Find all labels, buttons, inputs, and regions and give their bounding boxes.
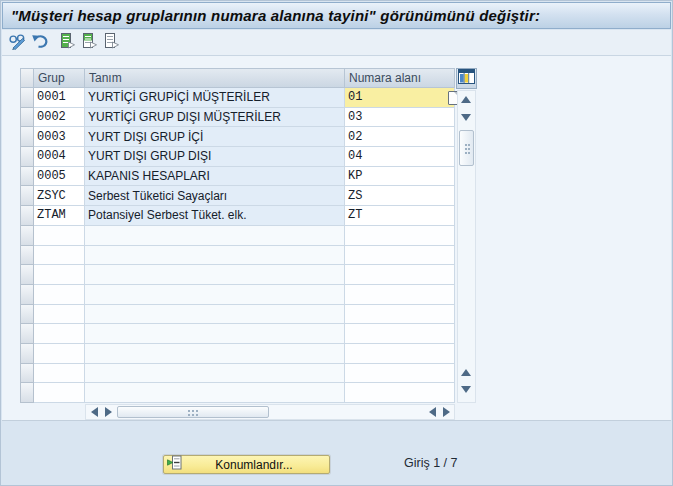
page-title: "Müşteri hesap gruplarının numara alanın… — [11, 7, 540, 24]
thumb-grip — [465, 144, 467, 146]
tanim-cell[interactable] — [85, 344, 345, 364]
row-selector-button[interactable] — [20, 167, 34, 187]
grup-cell[interactable] — [34, 265, 85, 285]
tanim-cell[interactable] — [85, 305, 345, 325]
numara-cell[interactable] — [345, 305, 455, 325]
grup-cell[interactable]: 0005 — [34, 167, 85, 187]
column-header-grup[interactable]: Grup — [34, 68, 85, 88]
row-selector-button[interactable] — [20, 383, 34, 403]
deselect-all-button[interactable] — [100, 33, 122, 53]
numara-cell[interactable] — [345, 226, 455, 246]
change-display-toggle-button[interactable] — [7, 33, 29, 53]
table-row-empty — [20, 364, 455, 384]
table-row-empty — [20, 344, 455, 364]
grup-cell[interactable] — [34, 285, 85, 305]
table-row-empty — [20, 383, 455, 403]
numara-cell[interactable] — [345, 344, 455, 364]
grup-cell[interactable] — [34, 364, 85, 384]
row-selector-button[interactable] — [20, 305, 34, 325]
entry-status: Giriş 1 / 7 — [404, 456, 458, 470]
scroll-up-arrow-bottom[interactable] — [461, 369, 471, 376]
tanim-cell[interactable] — [85, 285, 345, 305]
column-header-numara[interactable]: Numara alanı — [345, 68, 455, 88]
row-selector-button[interactable] — [20, 265, 34, 285]
grup-cell[interactable]: 0004 — [34, 147, 85, 167]
change-display-toggle-icon — [8, 32, 28, 54]
scroll-left-arrow-right[interactable] — [429, 407, 436, 417]
numara-cell[interactable] — [345, 324, 455, 344]
undo-icon — [31, 32, 49, 54]
tanim-cell[interactable]: YURTİÇİ GRUP DIŞI MÜŞTERİLER — [85, 108, 345, 128]
tanim-cell[interactable]: KAPANIS HESAPLARI — [85, 167, 345, 187]
grup-cell[interactable] — [34, 246, 85, 266]
deselect-all-icon — [102, 32, 120, 54]
row-selector-button[interactable] — [20, 88, 34, 108]
tanim-cell[interactable]: YURT DIŞI GRUP İÇİ — [85, 127, 345, 147]
select-block-icon — [80, 32, 98, 54]
numara-cell[interactable]: 03 — [345, 108, 455, 128]
grup-cell[interactable]: ZTAM — [34, 206, 85, 226]
position-icon — [167, 455, 182, 474]
row-selector-button[interactable] — [20, 147, 34, 167]
numara-cell[interactable]: ZS — [345, 186, 455, 206]
grup-cell[interactable] — [34, 324, 85, 344]
grup-cell[interactable]: 0002 — [34, 108, 85, 128]
grup-cell[interactable]: 0003 — [34, 127, 85, 147]
scroll-right-arrow-left[interactable] — [105, 407, 112, 417]
numara-cell[interactable]: KP — [345, 167, 455, 187]
numara-cell[interactable] — [345, 246, 455, 266]
numara-cell[interactable]: 02 — [345, 127, 455, 147]
undo-button[interactable] — [29, 33, 51, 53]
row-selector-button[interactable] — [20, 324, 34, 344]
scroll-right-arrow-right[interactable] — [443, 407, 450, 417]
grup-cell[interactable] — [34, 305, 85, 325]
row-selector-button[interactable] — [20, 226, 34, 246]
tanim-cell[interactable] — [85, 265, 345, 285]
row-selector-button[interactable] — [20, 285, 34, 305]
numara-cell[interactable] — [345, 364, 455, 384]
tanim-cell[interactable] — [85, 226, 345, 246]
vertical-scrollbar-thumb[interactable] — [459, 130, 474, 166]
scroll-down-arrow-bottom[interactable] — [461, 386, 471, 393]
grup-cell[interactable] — [34, 383, 85, 403]
row-selector-button[interactable] — [20, 127, 34, 147]
grup-cell[interactable]: 0001 — [34, 88, 85, 108]
grup-cell[interactable] — [34, 226, 85, 246]
tanim-cell[interactable]: Potansiyel Serbest Tüket. elk. — [85, 206, 345, 226]
numara-cell[interactable] — [345, 265, 455, 285]
row-selector-button[interactable] — [20, 206, 34, 226]
scroll-up-arrow-top[interactable] — [461, 96, 471, 103]
table-row: 0002YURTİÇİ GRUP DIŞI MÜŞTERİLER03 — [20, 108, 455, 128]
grup-cell[interactable] — [34, 344, 85, 364]
position-button[interactable]: Konumlandır... — [163, 455, 330, 474]
tanim-cell[interactable] — [85, 246, 345, 266]
title-bar: "Müşteri hesap gruplarının numara alanın… — [2, 2, 671, 29]
scroll-down-arrow-top[interactable] — [461, 114, 471, 121]
grup-cell[interactable]: ZSYC — [34, 186, 85, 206]
row-selector-button[interactable] — [20, 344, 34, 364]
numara-cell[interactable]: 01 — [345, 88, 455, 108]
select-all-button[interactable] — [56, 33, 78, 53]
select-all-corner-button[interactable] — [20, 68, 34, 88]
horizontal-scrollbar-thumb[interactable] — [117, 406, 269, 418]
tanim-cell[interactable] — [85, 324, 345, 344]
column-header-tanim[interactable]: Tanım — [85, 68, 345, 88]
table-row: 0001YURTİÇİ GRUPİÇİ MÜŞTERİLER01 — [20, 88, 455, 108]
numara-cell[interactable] — [345, 285, 455, 305]
tanim-cell[interactable] — [85, 383, 345, 403]
tanim-cell[interactable]: Serbest Tüketici Sayaçları — [85, 186, 345, 206]
tanim-cell[interactable] — [85, 364, 345, 384]
tanim-cell[interactable]: YURT DIŞI GRUP DIŞI — [85, 147, 345, 167]
row-selector-button[interactable] — [20, 364, 34, 384]
numara-cell[interactable]: ZT — [345, 206, 455, 226]
row-selector-button[interactable] — [20, 108, 34, 128]
select-block-button[interactable] — [78, 33, 100, 53]
numara-cell[interactable]: 04 — [345, 147, 455, 167]
tanim-cell[interactable]: YURTİÇİ GRUPİÇİ MÜŞTERİLER — [85, 88, 345, 108]
row-selector-button[interactable] — [20, 186, 34, 206]
numara-cell[interactable] — [345, 383, 455, 403]
table-settings-button[interactable] — [456, 68, 477, 89]
scroll-left-arrow-left[interactable] — [91, 407, 98, 417]
row-selector-button[interactable] — [20, 246, 34, 266]
table-row-empty — [20, 285, 455, 305]
